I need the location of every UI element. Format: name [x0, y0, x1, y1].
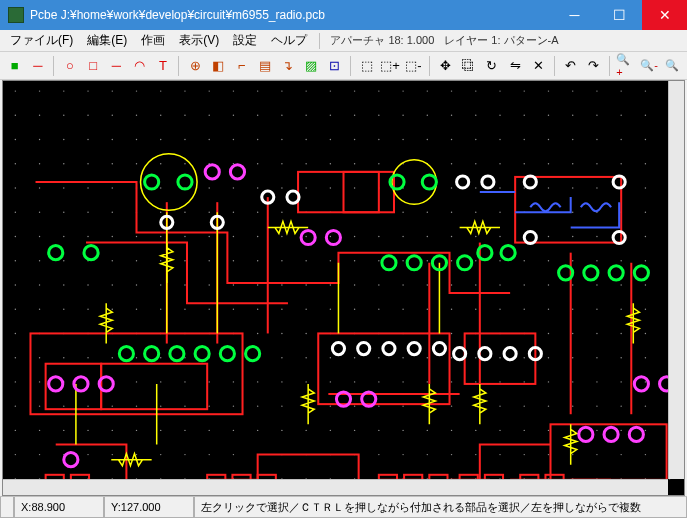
select-add-tool[interactable]: ⬚+: [379, 55, 401, 77]
svg-point-343: [184, 381, 185, 382]
svg-point-124: [305, 187, 306, 188]
svg-point-267: [378, 308, 379, 309]
svg-point-173: [136, 236, 137, 237]
svg-point-187: [475, 236, 476, 237]
maximize-button[interactable]: ☐: [597, 0, 642, 30]
fill-tool[interactable]: ▤: [254, 55, 275, 77]
menu-edit[interactable]: 編集(E): [81, 30, 133, 51]
svg-point-105: [524, 163, 525, 164]
svg-point-202: [160, 260, 161, 261]
rect-tool[interactable]: □: [83, 55, 104, 77]
zoom-out-button[interactable]: 🔍-: [639, 55, 660, 77]
select-sub-tool[interactable]: ⬚-: [403, 55, 424, 77]
menu-view[interactable]: 表示(V): [173, 30, 225, 51]
svg-point-271: [475, 308, 476, 309]
minimize-button[interactable]: ─: [552, 0, 597, 30]
svg-point-49: [524, 115, 525, 116]
svg-point-379: [378, 405, 379, 406]
svg-point-410: [451, 430, 452, 431]
svg-point-226: [63, 284, 64, 285]
svg-point-183: [378, 236, 379, 237]
move-tool[interactable]: ✥: [435, 55, 456, 77]
vertical-scrollbar[interactable]: [668, 81, 684, 479]
svg-point-113: [39, 187, 40, 188]
svg-point-60: [112, 139, 113, 140]
menu-draw[interactable]: 作画: [135, 30, 171, 51]
line-tool[interactable]: ─: [106, 55, 127, 77]
svg-point-163: [572, 212, 573, 213]
svg-point-51: [572, 115, 573, 116]
svg-point-517: [170, 347, 184, 361]
svg-point-540: [457, 176, 469, 188]
svg-point-230: [160, 284, 161, 285]
svg-point-118: [160, 187, 161, 188]
svg-point-2: [63, 90, 64, 91]
status-bar: X:88.900 Y:127.000 左クリックで選択／ＣＴＲＬを押しながら付加…: [0, 496, 687, 518]
svg-point-238: [354, 284, 355, 285]
layer-info[interactable]: レイヤー 1: パターン-A: [440, 33, 562, 48]
svg-point-387: [572, 405, 573, 406]
select-rect-tool[interactable]: ⬚: [356, 55, 377, 77]
svg-point-393: [39, 430, 40, 431]
menu-help[interactable]: ヘルプ: [265, 30, 313, 51]
redo-button[interactable]: ↷: [583, 55, 604, 77]
svg-point-132: [499, 187, 500, 188]
layer-toggle-button[interactable]: ■: [4, 55, 25, 77]
flash-tool[interactable]: ⊡: [324, 55, 345, 77]
svg-point-429: [233, 454, 234, 455]
pcb-canvas[interactable]: [3, 81, 684, 495]
polyline-tool[interactable]: ⌐: [231, 55, 252, 77]
svg-point-114: [63, 187, 64, 188]
hatch-tool[interactable]: ▨: [301, 55, 322, 77]
menu-settings[interactable]: 設定: [227, 30, 263, 51]
svg-point-43: [378, 115, 379, 116]
zoom-fit-button[interactable]: 🔍: [662, 55, 683, 77]
svg-point-378: [354, 405, 355, 406]
svg-point-436: [402, 454, 403, 455]
status-y: Y:127.000: [104, 497, 194, 518]
svg-point-274: [548, 308, 549, 309]
svg-point-123: [281, 187, 282, 188]
svg-point-215: [475, 260, 476, 261]
svg-point-255: [87, 308, 88, 309]
horizontal-scrollbar[interactable]: [3, 479, 668, 495]
svg-point-169: [39, 236, 40, 237]
svg-point-185: [427, 236, 428, 237]
svg-point-138: [645, 187, 646, 188]
svg-point-47: [475, 115, 476, 116]
svg-point-80: [596, 139, 597, 140]
menu-file[interactable]: ファイル(F): [4, 30, 79, 51]
svg-point-168: [15, 236, 16, 237]
aperture-info[interactable]: アパーチャ 18: 1.000: [326, 33, 438, 48]
svg-point-18: [451, 90, 452, 91]
svg-point-87: [87, 163, 88, 164]
svg-point-365: [39, 405, 40, 406]
svg-point-520: [246, 347, 260, 361]
delete-tool[interactable]: ✕: [528, 55, 549, 77]
pad-tool[interactable]: ⊕: [184, 55, 205, 77]
eraser-tool[interactable]: ◧: [208, 55, 229, 77]
rotate-tool[interactable]: ↻: [481, 55, 502, 77]
copy-tool[interactable]: ⿻: [458, 55, 479, 77]
svg-point-261: [233, 308, 234, 309]
svg-point-508: [407, 256, 421, 270]
text-tool[interactable]: T: [152, 55, 173, 77]
arc-tool[interactable]: ◠: [129, 55, 150, 77]
undo-button[interactable]: ↶: [560, 55, 581, 77]
layer-line-button[interactable]: ─: [27, 55, 48, 77]
svg-point-513: [609, 266, 623, 280]
svg-point-82: [645, 139, 646, 140]
svg-point-368: [112, 405, 113, 406]
mirror-tool[interactable]: ⇋: [505, 55, 526, 77]
svg-point-397: [136, 430, 137, 431]
svg-point-67: [281, 139, 282, 140]
svg-point-178: [257, 236, 258, 237]
svg-point-57: [39, 139, 40, 140]
svg-point-246: [548, 284, 549, 285]
route-tool[interactable]: ↴: [277, 55, 298, 77]
svg-point-160: [499, 212, 500, 213]
zoom-in-button[interactable]: 🔍+: [615, 55, 636, 77]
close-button[interactable]: ✕: [642, 0, 687, 30]
circle-tool[interactable]: ○: [59, 55, 80, 77]
svg-point-108: [596, 163, 597, 164]
